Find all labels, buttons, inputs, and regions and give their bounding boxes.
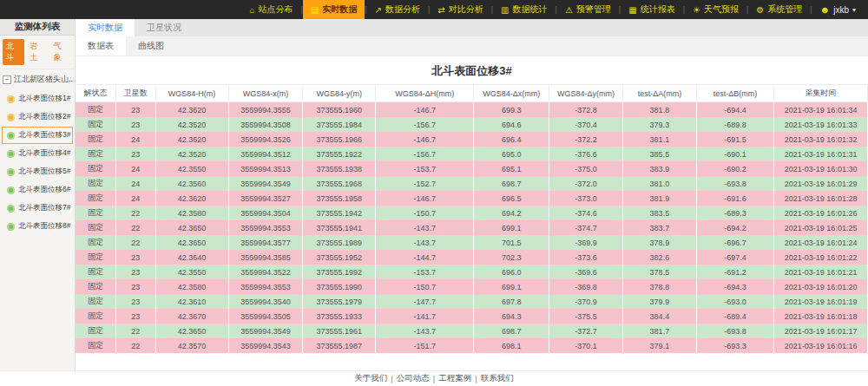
- cell-satellite-count: 23: [116, 250, 156, 265]
- table-row: 固定 22 42.3650 3559994.3577 373555.1989 -…: [76, 235, 868, 250]
- cell-wgs84-dy: -372.7: [549, 324, 623, 338]
- sidebar-item-sensor[interactable]: 北斗表面位移2#: [2, 108, 73, 126]
- cell-wgs84-dx: 696.4: [474, 132, 549, 147]
- sidebar-item-sensor[interactable]: 北斗表面位移8#: [2, 218, 73, 235]
- tab-secondary[interactable]: 曲线图: [126, 36, 176, 56]
- cell-wgs84-dx: 695.0: [474, 147, 549, 161]
- footer-link[interactable]: 关于我们: [351, 373, 391, 384]
- table-row: 固定 24 42.3620 3559994.3526 373555.1966 -…: [76, 132, 868, 147]
- cell-solution-status: 固定: [76, 279, 116, 294]
- sidebar-item-sensor[interactable]: 北斗表面位移5#: [2, 163, 73, 180]
- footer-link-wrap: 联系我们 |: [477, 373, 517, 384]
- cell-solution-status: 固定: [76, 265, 116, 279]
- cell-test-db: -694.3: [696, 279, 773, 294]
- table-row: 固定 23 42.3620 3559994.3555 373555.1960 -…: [76, 102, 868, 118]
- sensor-label: 北斗表面位移2#: [18, 112, 70, 122]
- alert-icon: ⚠: [565, 5, 573, 15]
- username: jxkb: [833, 5, 849, 15]
- cell-wgs84-h: 42.3650: [155, 324, 228, 338]
- tab-secondary[interactable]: 数据表: [76, 36, 126, 56]
- cell-collect-time: 2021-03-19 16:01:28: [774, 191, 868, 206]
- cell-test-db: -697.4: [696, 250, 773, 265]
- nav-item[interactable]: ▤ 实时数据: [303, 0, 365, 19]
- cell-satellite-count: 22: [116, 235, 156, 250]
- gear-icon: ⚙: [756, 5, 764, 15]
- cell-test-da: 378.9: [622, 235, 696, 250]
- sensor-status-icon: [7, 168, 15, 176]
- cell-solution-status: 固定: [76, 176, 116, 191]
- footer-link[interactable]: 工程案例: [435, 373, 475, 384]
- tab-primary[interactable]: 实时数据: [76, 19, 135, 36]
- nav-item[interactable]: ☀ 天气预报: [685, 0, 746, 19]
- sensor-status-icon: [7, 223, 15, 231]
- table-row: 固定 22 42.3650 3559994.3549 373555.1961 -…: [76, 324, 868, 338]
- sidebar-tab[interactable]: 北斗: [3, 39, 24, 65]
- cell-wgs84-dh: -156.7: [376, 117, 474, 132]
- cell-wgs84-dh: -146.7: [376, 191, 474, 206]
- collapse-icon[interactable]: −: [3, 75, 11, 84]
- nav-item-label: 对比分析: [449, 3, 483, 16]
- footer-link[interactable]: 公司动态: [393, 373, 433, 384]
- cell-wgs84-dy: -376.6: [549, 147, 623, 161]
- nav-item[interactable]: ⚠ 预警管理: [557, 0, 619, 19]
- table-row: 固定 23 42.3520 3559994.3512 373555.1922 -…: [76, 147, 868, 161]
- sidebar-item-sensor[interactable]: 北斗表面位移4#: [2, 145, 73, 162]
- column-header: WGS84-Δy(mm): [549, 85, 623, 102]
- sensor-label: 北斗表面位移7#: [18, 203, 70, 213]
- table-row: 固定 23 42.3550 3559994.3522 373555.1992 -…: [76, 265, 868, 279]
- cell-wgs84-x: 3559994.3549: [228, 324, 303, 338]
- nav-item[interactable]: ▥ 数据统计: [493, 0, 555, 19]
- cell-satellite-count: 23: [116, 102, 156, 118]
- cell-test-db: -694.4: [696, 102, 773, 118]
- table-row: 固定 23 42.3670 3559994.3505 373555.1933 -…: [76, 309, 868, 324]
- cell-wgs84-dy: -373.0: [549, 191, 623, 206]
- table-row: 固定 24 42.3620 3559994.3527 373555.1958 -…: [76, 191, 868, 206]
- cell-wgs84-dy: -369.6: [549, 265, 623, 279]
- sensor-label: 北斗表面位移3#: [18, 130, 70, 141]
- nav-item[interactable]: ▦ 统计报表: [621, 0, 682, 19]
- cell-satellite-count: 23: [116, 294, 156, 309]
- cell-collect-time: 2021-03-19 16:01:29: [774, 176, 868, 191]
- cell-collect-time: 2021-03-19 16:01:25: [774, 220, 868, 235]
- sidebar-tab[interactable]: 气象: [50, 39, 72, 65]
- cell-wgs84-dh: -152.7: [376, 176, 474, 191]
- sensor-label: 北斗表面位移1#: [18, 94, 70, 104]
- table-row: 固定 23 42.3520 3559994.3508 373555.1984 -…: [76, 117, 868, 132]
- nav-item[interactable]: ⇄ 对比分析: [430, 0, 490, 19]
- user-menu[interactable]: ☻ jxkb ▾: [812, 4, 859, 15]
- sidebar: 监测体列表 北斗 岩土 气象 − 江北新区猪头山... 北斗表面位移1#: [0, 19, 76, 370]
- nav-item[interactable]: ⚙ 系统管理: [748, 0, 810, 19]
- cell-wgs84-dy: -373.6: [549, 250, 623, 265]
- cell-wgs84-x: 3559994.3508: [228, 117, 303, 132]
- cell-wgs84-dy: -372.2: [549, 132, 623, 147]
- footer-link-wrap: 公司动态 |: [393, 373, 435, 384]
- tab-primary[interactable]: 卫星状况: [135, 19, 194, 36]
- cell-test-da: 379.9: [622, 294, 696, 309]
- cell-test-da: 379.3: [622, 117, 696, 132]
- cell-satellite-count: 24: [116, 132, 156, 147]
- sidebar-tab[interactable]: 岩土: [26, 39, 48, 65]
- cell-wgs84-h: 42.3580: [155, 279, 228, 294]
- sidebar-item-sensor[interactable]: 北斗表面位移3#: [2, 127, 73, 144]
- sidebar-item-sensor[interactable]: 北斗表面位移7#: [2, 200, 73, 217]
- footer-link[interactable]: 联系我们: [477, 373, 517, 384]
- cell-test-db: -693.8: [696, 176, 773, 191]
- cell-wgs84-dx: 698.7: [474, 324, 549, 338]
- nav-item-label: 数据统计: [513, 3, 548, 16]
- nav-item-label: 天气预报: [704, 3, 739, 16]
- nav-item[interactable]: ↗ 数据分析: [367, 0, 428, 19]
- cell-wgs84-x: 3559994.3512: [228, 147, 303, 161]
- cell-collect-time: 2021-03-19 16:01:31: [774, 147, 868, 161]
- sidebar-item-sensor[interactable]: 北斗表面位移1#: [2, 90, 73, 108]
- cell-wgs84-dy: -375.0: [549, 161, 623, 176]
- tree-root-node[interactable]: − 江北新区猪头山...: [0, 69, 75, 89]
- cell-wgs84-dx: 702.3: [474, 250, 549, 265]
- column-header: WGS84-y(m): [303, 85, 376, 102]
- cell-test-da: 383.7: [622, 220, 696, 235]
- sensor-label: 北斗表面位移6#: [18, 185, 70, 195]
- cell-wgs84-dh: -151.7: [376, 338, 474, 353]
- cell-solution-status: 固定: [76, 324, 116, 338]
- nav-item[interactable]: ⌂ 站点分布: [241, 0, 300, 19]
- cell-wgs84-dh: -147.7: [376, 294, 474, 309]
- sidebar-item-sensor[interactable]: 北斗表面位移6#: [2, 181, 73, 199]
